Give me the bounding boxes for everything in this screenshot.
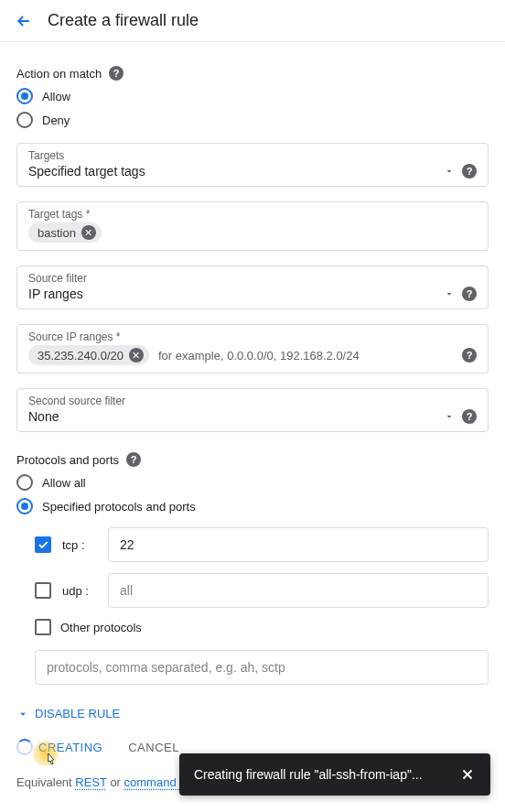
ip-chip: 35.235.240.0/20 ✕ [28, 345, 149, 365]
action-on-match-label: Action on match ? [16, 66, 489, 81]
remove-chip-icon[interactable]: ✕ [81, 225, 96, 240]
tag-chip: bastion ✕ [28, 222, 102, 243]
source-filter-select[interactable]: Source filter IP ranges ? [16, 265, 489, 309]
help-icon[interactable]: ? [462, 348, 477, 363]
help-icon[interactable]: ? [109, 66, 124, 81]
create-button[interactable]: CREATING [16, 739, 102, 755]
help-icon[interactable]: ? [462, 409, 477, 424]
radio-deny[interactable]: Deny [16, 112, 489, 128]
cursor-icon [42, 752, 59, 774]
spinner-icon [16, 739, 33, 755]
udp-checkbox[interactable] [35, 582, 51, 599]
cancel-button[interactable]: CANCEL [128, 741, 179, 754]
remove-chip-icon[interactable]: ✕ [129, 348, 144, 363]
disable-rule-toggle[interactable]: DISABLE RULE [16, 707, 489, 720]
radio-allow-all[interactable]: Allow all [16, 474, 489, 491]
protocols-ports-label: Protocols and ports ? [16, 452, 489, 467]
help-icon[interactable]: ? [462, 287, 477, 301]
radio-icon [16, 88, 33, 104]
chevron-down-icon [444, 166, 455, 177]
toast-message: Creating firewall rule "all-ssh-from-iap… [194, 767, 423, 782]
radio-icon [16, 498, 33, 514]
back-arrow-icon[interactable] [15, 12, 33, 30]
target-tags-input[interactable]: Target tags * bastion ✕ [16, 201, 489, 251]
targets-select[interactable]: Targets Specified target tags ? [16, 143, 489, 187]
chevron-down-icon [444, 288, 455, 299]
tcp-ports-input[interactable] [108, 527, 489, 562]
source-ip-ranges-input[interactable]: Source IP ranges * 35.235.240.0/20 ✕ for… [16, 324, 489, 374]
close-icon[interactable] [459, 766, 476, 783]
page-title: Create a firewall rule [48, 11, 199, 30]
radio-icon [16, 474, 33, 491]
udp-ports-input[interactable] [108, 573, 489, 608]
toast-notification: Creating firewall rule "all-ssh-from-iap… [179, 753, 490, 796]
help-icon[interactable]: ? [462, 164, 477, 179]
second-source-filter-select[interactable]: Second source filter None ? [16, 388, 489, 432]
radio-allow[interactable]: Allow [16, 88, 489, 104]
chevron-down-icon [16, 708, 29, 720]
radio-icon [16, 112, 33, 128]
radio-specified[interactable]: Specified protocols and ports [16, 498, 489, 514]
help-icon[interactable]: ? [126, 452, 141, 467]
other-protocols-checkbox[interactable] [35, 619, 51, 635]
other-protocols-input[interactable] [35, 650, 489, 685]
rest-link[interactable]: REST [75, 775, 106, 789]
tcp-checkbox[interactable] [35, 536, 51, 553]
chevron-down-icon [444, 411, 455, 422]
